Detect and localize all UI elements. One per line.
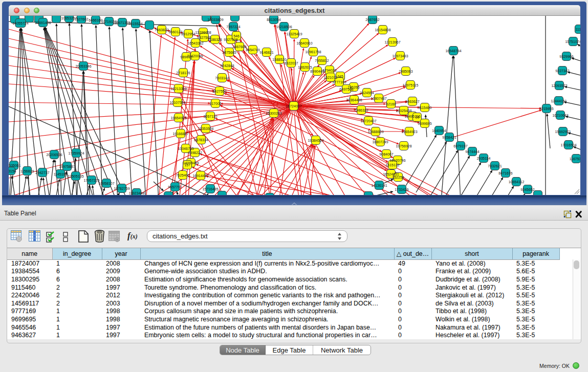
svg-text:12505135: 12505135 bbox=[68, 174, 83, 178]
svg-text:44: 44 bbox=[415, 116, 419, 119]
svg-text:19384554: 19384554 bbox=[308, 139, 323, 142]
svg-text:9657791: 9657791 bbox=[168, 185, 182, 189]
svg-text:16914479: 16914479 bbox=[192, 174, 208, 178]
svg-text:16671355: 16671355 bbox=[114, 21, 130, 25]
svg-text:546: 546 bbox=[233, 34, 239, 38]
svg-text:917006: 917006 bbox=[209, 102, 221, 105]
svg-text:3624554: 3624554 bbox=[360, 91, 374, 95]
svg-text:8215955: 8215955 bbox=[539, 107, 553, 111]
svg-text:10688609: 10688609 bbox=[367, 130, 383, 134]
svg-text:3875685: 3875685 bbox=[222, 51, 236, 54]
svg-text:17957225: 17957225 bbox=[83, 179, 99, 182]
svg-text:8678334: 8678334 bbox=[194, 138, 208, 142]
svg-text:12975115: 12975115 bbox=[403, 83, 419, 87]
svg-text:252254: 252254 bbox=[392, 176, 404, 179]
svg-text:1527602: 1527602 bbox=[74, 17, 88, 21]
svg-text:12213369: 12213369 bbox=[170, 87, 186, 91]
svg-text:16640910: 16640910 bbox=[296, 41, 312, 45]
svg-text:6794028: 6794028 bbox=[322, 69, 336, 72]
svg-text:7357224: 7357224 bbox=[226, 25, 240, 29]
svg-text:9084067: 9084067 bbox=[379, 152, 393, 156]
svg-text:1640954: 1640954 bbox=[432, 129, 446, 133]
svg-text:20691406: 20691406 bbox=[35, 21, 51, 25]
svg-text:12213967: 12213967 bbox=[384, 40, 400, 44]
svg-text:1117: 1117 bbox=[576, 28, 580, 31]
svg-text:14055724: 14055724 bbox=[12, 21, 28, 25]
svg-text:19975887: 19975887 bbox=[59, 165, 75, 168]
svg-text:7832621: 7832621 bbox=[488, 164, 502, 168]
svg-text:14136141: 14136141 bbox=[371, 184, 387, 187]
svg-text:345: 345 bbox=[337, 75, 343, 78]
svg-text:8813054: 8813054 bbox=[267, 18, 280, 21]
svg-text:23420046: 23420046 bbox=[187, 54, 203, 58]
svg-text:16210643: 16210643 bbox=[552, 114, 568, 117]
svg-text:12444151: 12444151 bbox=[551, 99, 567, 103]
svg-text:8186328: 8186328 bbox=[208, 38, 222, 41]
svg-text:16120746: 16120746 bbox=[389, 159, 405, 162]
svg-text:7986322: 7986322 bbox=[354, 108, 368, 112]
svg-text:10807487: 10807487 bbox=[371, 97, 386, 100]
svg-text:9146821: 9146821 bbox=[259, 51, 273, 54]
svg-text:9327508: 9327508 bbox=[224, 38, 237, 41]
svg-text:2867608: 2867608 bbox=[232, 45, 246, 49]
svg-text:20206536: 20206536 bbox=[46, 153, 62, 157]
svg-text:7485063: 7485063 bbox=[399, 70, 412, 73]
svg-text:15720407: 15720407 bbox=[360, 119, 376, 123]
svg-text:9115460: 9115460 bbox=[418, 106, 432, 110]
svg-text:7603144: 7603144 bbox=[215, 76, 229, 80]
svg-text:16543382: 16543382 bbox=[187, 41, 203, 45]
svg-text:2942737: 2942737 bbox=[35, 171, 49, 174]
svg-text:10958107: 10958107 bbox=[98, 182, 114, 185]
svg-text:19654925: 19654925 bbox=[170, 116, 186, 120]
svg-text:19218506: 19218506 bbox=[276, 25, 292, 29]
svg-text:1145194: 1145194 bbox=[54, 172, 68, 176]
svg-text:9245652: 9245652 bbox=[520, 188, 534, 191]
svg-text:9498222: 9498222 bbox=[188, 151, 202, 155]
svg-text:16033809: 16033809 bbox=[207, 18, 223, 21]
svg-text:8912954: 8912954 bbox=[181, 32, 195, 36]
svg-text:15716485: 15716485 bbox=[202, 187, 218, 191]
svg-text:1156829: 1156829 bbox=[20, 169, 34, 173]
svg-text:25300203: 25300203 bbox=[266, 112, 281, 115]
svg-text:1362615: 1362615 bbox=[298, 65, 312, 69]
svg-text:20364436: 20364436 bbox=[346, 98, 362, 102]
svg-text:15692971: 15692971 bbox=[555, 130, 571, 134]
svg-text:8454749: 8454749 bbox=[246, 48, 259, 52]
svg-text:13325419: 13325419 bbox=[286, 32, 302, 36]
svg-text:10107554: 10107554 bbox=[169, 101, 185, 104]
svg-text:17359924: 17359924 bbox=[68, 151, 84, 155]
svg-text:2935114: 2935114 bbox=[477, 157, 491, 160]
svg-text:16154808: 16154808 bbox=[375, 28, 390, 32]
svg-text:20053346: 20053346 bbox=[75, 64, 91, 68]
svg-text:62160: 62160 bbox=[386, 102, 396, 106]
svg-text:8535061: 8535061 bbox=[9, 164, 21, 167]
svg-text:11923448: 11923448 bbox=[129, 191, 145, 195]
svg-text:19654923: 19654923 bbox=[401, 130, 417, 134]
svg-text:18724007: 18724007 bbox=[286, 104, 301, 108]
svg-text:10654112: 10654112 bbox=[509, 180, 525, 184]
svg-text:9227342: 9227342 bbox=[555, 69, 569, 73]
svg-text:1621072: 1621072 bbox=[323, 76, 337, 79]
svg-text:1588520: 1588520 bbox=[272, 58, 286, 61]
svg-text:9699695: 9699695 bbox=[418, 122, 431, 125]
svg-text:8427552: 8427552 bbox=[212, 90, 226, 93]
svg-text:10973493: 10973493 bbox=[392, 54, 408, 58]
svg-text:11353594: 11353594 bbox=[198, 127, 214, 130]
svg-text:9463627: 9463627 bbox=[405, 100, 419, 103]
svg-text:10046735: 10046735 bbox=[178, 147, 193, 150]
svg-text:1615132: 1615132 bbox=[385, 163, 399, 167]
svg-text:6979197: 6979197 bbox=[453, 144, 467, 148]
svg-text:157: 157 bbox=[184, 163, 190, 167]
svg-text:9242848: 9242848 bbox=[220, 64, 234, 68]
svg-text:1167533: 1167533 bbox=[570, 157, 580, 161]
svg-text:12093572: 12093572 bbox=[551, 84, 567, 87]
svg-text:16548784: 16548784 bbox=[445, 49, 461, 53]
svg-text:7955812: 7955812 bbox=[315, 59, 329, 62]
svg-text:7463822: 7463822 bbox=[155, 28, 168, 32]
svg-text:8471676: 8471676 bbox=[498, 171, 512, 175]
svg-text:13226058: 13226058 bbox=[195, 31, 211, 34]
svg-text:15751074: 15751074 bbox=[565, 40, 580, 43]
svg-text:6497508: 6497508 bbox=[339, 87, 353, 91]
svg-text:9660123: 9660123 bbox=[168, 30, 182, 34]
svg-text:7625402: 7625402 bbox=[176, 173, 189, 177]
